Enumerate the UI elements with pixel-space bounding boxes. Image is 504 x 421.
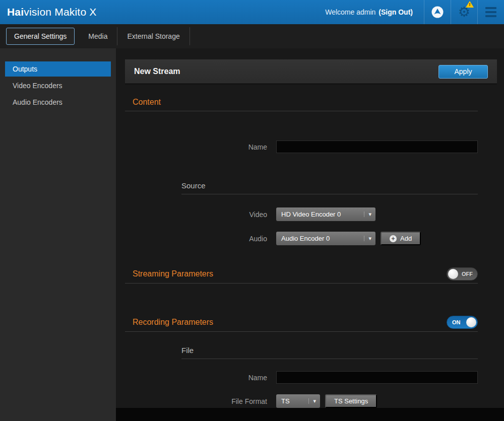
chevron-down-icon: ▾ <box>364 212 371 217</box>
sidebar-item-audio-encoders[interactable]: Audio Encoders <box>5 95 111 110</box>
video-source-select[interactable]: HD Video Encoder 0 ▾ <box>276 207 375 221</box>
brand-product: Makito X <box>51 6 96 18</box>
topbar: Haivision Makito X Welcome admin (Sign O… <box>0 0 504 24</box>
recording-section-title: Recording Parameters <box>133 318 213 327</box>
audio-source-select[interactable]: Audio Encoder 0 ▾ <box>276 232 375 245</box>
warning-icon: ! <box>466 1 474 8</box>
stream-name-input[interactable] <box>276 141 478 153</box>
file-format-select[interactable]: TS ▾ <box>276 394 320 408</box>
tab-bar: General Settings Media External Storage <box>0 24 504 48</box>
page-body: Outputs Video Encoders Audio Encoders Ne… <box>0 48 504 421</box>
sidebar-item-outputs[interactable]: Outputs <box>5 61 111 77</box>
toggle-knob <box>448 269 458 279</box>
main-content: New Stream Apply Content Name Source Vid… <box>116 48 504 408</box>
tab-general-settings[interactable]: General Settings <box>6 28 75 45</box>
streaming-section-header: Streaming Parameters OFF <box>125 267 478 280</box>
haivision-circle-icon <box>431 6 444 19</box>
audio-source-row: Audio Audio Encoder 0 ▾ + Add <box>125 232 497 245</box>
ts-settings-button[interactable]: TS Settings <box>325 394 377 408</box>
file-title: File <box>181 346 497 355</box>
add-audio-button[interactable]: + Add <box>381 232 421 245</box>
toggle-state-label: ON <box>452 319 461 325</box>
brand-logo: Haivision Makito X <box>7 6 97 18</box>
ts-settings-label: TS Settings <box>334 397 368 405</box>
file-name-row: Name <box>125 371 497 384</box>
file-subsection: File <box>181 346 497 359</box>
page-title: New Stream <box>134 67 180 76</box>
sign-out-link[interactable]: (Sign Out) <box>379 8 413 16</box>
recording-section-header: Recording Parameters ON <box>125 316 478 329</box>
audio-source-value: Audio Encoder 0 <box>281 235 330 242</box>
add-button-label: Add <box>400 235 412 242</box>
divider <box>125 283 478 284</box>
welcome-text: Welcome admin <box>325 8 375 16</box>
content-section-title: Content <box>133 98 497 107</box>
sidebar: Outputs Video Encoders Audio Encoders <box>0 48 116 421</box>
divider <box>181 359 478 359</box>
file-name-input[interactable] <box>276 371 478 384</box>
divider <box>125 331 478 332</box>
haivision-status-button[interactable] <box>424 0 451 24</box>
source-title: Source <box>181 181 497 190</box>
admin-settings-button[interactable]: ⚙ ! <box>451 0 477 24</box>
source-subsection: Source <box>181 181 497 194</box>
sidebar-item-video-encoders[interactable]: Video Encoders <box>5 78 111 93</box>
file-name-label: Name <box>125 374 267 382</box>
apply-button[interactable]: Apply <box>438 65 488 79</box>
streaming-toggle[interactable]: OFF <box>447 267 478 280</box>
hamburger-icon <box>485 7 496 17</box>
video-label: Video <box>125 210 267 219</box>
file-format-row: File Format TS ▾ TS Settings <box>125 394 497 408</box>
tab-media[interactable]: Media <box>79 27 117 45</box>
brand-hai: Hai <box>7 6 24 18</box>
file-format-label: File Format <box>125 397 267 405</box>
tab-external-storage[interactable]: External Storage <box>117 27 190 45</box>
divider <box>125 111 478 111</box>
chevron-down-icon: ▾ <box>308 398 316 404</box>
plus-icon: + <box>390 235 397 242</box>
name-label: Name <box>125 143 267 151</box>
menu-button[interactable] <box>477 0 504 24</box>
chevron-down-icon: ▾ <box>364 236 371 241</box>
warning-mark: ! <box>466 2 474 7</box>
video-source-row: Video HD Video Encoder 0 ▾ <box>125 207 497 221</box>
toggle-state-label: OFF <box>462 271 473 277</box>
main-panel: New Stream Apply Content Name Source Vid… <box>116 48 504 421</box>
toggle-knob <box>466 317 476 327</box>
divider <box>181 194 478 194</box>
brand-vision: vision <box>24 6 51 18</box>
bottom-strip <box>116 408 504 421</box>
video-source-value: HD Video Encoder 0 <box>281 210 341 218</box>
stream-header: New Stream Apply <box>125 59 497 84</box>
file-format-value: TS <box>281 397 290 405</box>
recording-toggle[interactable]: ON <box>447 316 478 329</box>
topbar-right: Welcome admin (Sign Out) ⚙ ! <box>325 0 504 24</box>
stream-name-row: Name <box>125 141 497 153</box>
audio-label: Audio <box>125 235 267 243</box>
streaming-section-title: Streaming Parameters <box>133 269 213 278</box>
